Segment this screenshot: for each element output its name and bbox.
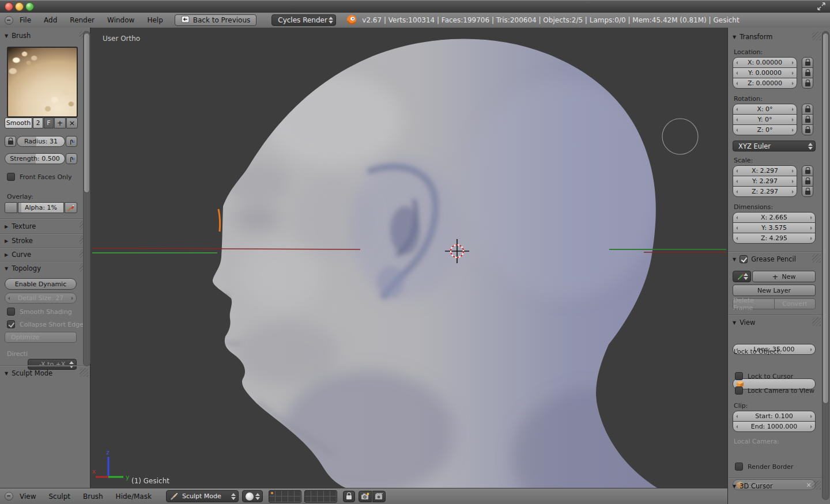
brush-preview-image[interactable] <box>7 47 78 118</box>
location-z-field[interactable]: Z: 0.00000 <box>733 78 797 89</box>
mode-select[interactable]: Sculpt Mode <box>166 490 239 502</box>
collapse-short-edge-checkbox[interactable] <box>7 320 15 328</box>
location-y-field[interactable]: Y: 0.00000 <box>733 67 797 78</box>
panel-header-3d-cursor[interactable]: ▼3D Cursor <box>728 480 773 492</box>
layer-cell[interactable] <box>305 491 311 497</box>
layer-cell[interactable] <box>282 491 288 497</box>
panel-header-brush[interactable]: ▼ Brush <box>0 30 31 41</box>
dimensions-y-field[interactable]: Y: 3.575 <box>733 222 816 233</box>
radius-unified-lock-button[interactable] <box>5 136 16 147</box>
brush-users-count[interactable]: 2 <box>33 118 43 128</box>
menu-brush[interactable]: Brush <box>77 492 110 501</box>
menu-hide-mask[interactable]: Hide/Mask <box>110 492 158 501</box>
detail-size-field[interactable]: Detail Size: 27 <box>5 293 77 304</box>
rotation-y-field[interactable]: Y: 0° <box>733 114 797 125</box>
grease-new-button[interactable]: + New <box>752 271 816 282</box>
layer-cell[interactable] <box>295 497 301 502</box>
scale-z-field[interactable]: Z: 2.297 <box>733 186 797 197</box>
lock-camera-checkbox[interactable] <box>735 386 743 395</box>
menu-help[interactable]: Help <box>141 16 169 24</box>
rotation-z-field[interactable]: Z: 0° <box>733 124 797 135</box>
menu-add[interactable]: Add <box>37 16 63 24</box>
optimize-button[interactable]: Optimize <box>5 332 77 343</box>
menu-sculpt[interactable]: Sculpt <box>42 492 76 501</box>
layer-cell[interactable] <box>324 497 330 502</box>
convert-button[interactable]: Convert <box>774 298 816 309</box>
close-window-button[interactable] <box>5 2 13 11</box>
menu-view[interactable]: View <box>13 492 42 501</box>
lock-modes-button[interactable] <box>343 491 355 502</box>
layer-cell[interactable] <box>295 491 301 497</box>
panel-header-stroke[interactable]: ▶Stroke <box>0 235 33 247</box>
lock-icon[interactable] <box>802 186 813 197</box>
layer-cell[interactable] <box>288 497 295 502</box>
overlay-alpha-slider[interactable]: Alpha: 1% <box>18 202 64 213</box>
lock-icon[interactable] <box>802 114 813 125</box>
brush-name-field[interactable]: Smooth <box>5 118 32 128</box>
radius-slider[interactable]: Radius: 31 <box>17 136 65 147</box>
layer-cell[interactable] <box>269 497 276 502</box>
lock-icon[interactable] <box>802 104 813 115</box>
fake-user-button[interactable]: F <box>44 118 54 128</box>
radius-pressure-button[interactable] <box>66 136 77 147</box>
panel-grip[interactable] <box>812 32 821 40</box>
panel-header-texture[interactable]: ▶Texture <box>0 221 36 232</box>
layers-grid-1[interactable] <box>269 490 301 503</box>
panel-header-curve[interactable]: ▶Curve <box>0 249 31 260</box>
enable-dynamic-button[interactable]: Enable Dynamic <box>5 278 77 290</box>
lock-to-cursor-checkbox[interactable] <box>735 372 743 380</box>
panel-grip[interactable] <box>812 254 821 263</box>
layer-cell[interactable] <box>330 491 337 497</box>
render-border-checkbox[interactable] <box>735 463 743 471</box>
strength-slider[interactable]: Strength: 0.500 <box>5 153 65 164</box>
layer-cell[interactable] <box>276 497 282 502</box>
properties-scrollbar[interactable] <box>822 31 829 500</box>
layer-cell[interactable] <box>282 497 288 502</box>
strength-pressure-button[interactable] <box>66 153 77 164</box>
layer-cell[interactable] <box>269 491 276 497</box>
lock-icon[interactable] <box>802 78 813 89</box>
panel-grip[interactable] <box>80 368 88 377</box>
editor-menu-toggle-icon[interactable] <box>5 492 13 501</box>
scale-y-field[interactable]: Y: 2.297 <box>733 176 797 187</box>
dimensions-x-field[interactable]: X: 2.665 <box>733 212 816 223</box>
smooth-shading-checkbox[interactable] <box>7 308 15 316</box>
front-faces-only-checkbox[interactable] <box>7 173 15 181</box>
grease-pencil-checkbox[interactable] <box>740 255 748 263</box>
overlay-curve-button[interactable] <box>5 202 17 213</box>
layer-cell[interactable] <box>318 497 324 502</box>
back-to-previous-button[interactable]: Back to Previous <box>175 14 257 26</box>
scale-x-field[interactable]: X: 2.297 <box>733 165 797 176</box>
panel-header-view[interactable]: ▼View <box>728 317 755 328</box>
panel-header-transform[interactable]: ▼Transform <box>728 31 772 43</box>
opengl-render-anim-button[interactable] <box>372 491 386 502</box>
rotation-mode-select[interactable]: XYZ Euler <box>733 141 816 151</box>
layer-cell[interactable] <box>288 491 295 497</box>
zoom-window-button[interactable] <box>25 2 34 11</box>
lock-icon[interactable] <box>802 176 813 187</box>
panel-grip[interactable] <box>812 317 821 326</box>
menu-file[interactable]: File <box>13 16 37 24</box>
minimize-window-button[interactable] <box>15 2 24 11</box>
panel-header-grease-pencil[interactable]: ▼ Grease Pencil <box>728 253 796 265</box>
layer-cell[interactable] <box>311 491 318 497</box>
unlink-brush-button[interactable]: × <box>66 118 78 128</box>
tool-shelf-scrollbar[interactable] <box>83 31 90 366</box>
location-x-field[interactable]: X: 0.00000 <box>733 57 797 68</box>
delete-frame-button[interactable]: Delete Frame <box>733 298 775 309</box>
add-brush-button[interactable]: + <box>54 118 66 128</box>
render-engine-select[interactable]: Cycles Render <box>271 14 336 26</box>
layer-cell[interactable] <box>318 491 324 497</box>
dimensions-z-field[interactable]: Z: 4.295 <box>733 233 816 244</box>
editor-menu-toggle-icon[interactable] <box>5 16 13 25</box>
layer-cell[interactable] <box>305 497 311 502</box>
fullscreen-icon[interactable] <box>817 2 826 13</box>
layer-cell[interactable] <box>311 497 318 502</box>
clip-start-field[interactable]: Start: 0.100 <box>733 411 816 422</box>
opengl-render-button[interactable] <box>359 491 372 502</box>
panel-header-topology[interactable]: ▼Topology <box>0 263 41 274</box>
scrollbar-thumb[interactable] <box>823 33 829 404</box>
draw-mode-select[interactable] <box>733 271 751 282</box>
scrollbar-thumb[interactable] <box>84 33 90 193</box>
layer-cell[interactable] <box>330 497 337 502</box>
